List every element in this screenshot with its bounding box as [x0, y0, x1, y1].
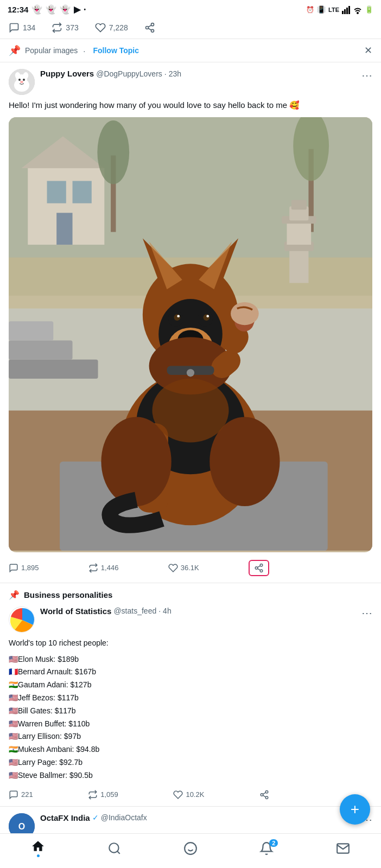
svg-rect-1 — [344, 9, 346, 14]
tweet-1-retweet-count: 1,446 — [101, 564, 119, 572]
tweet-1-like-button[interactable]: 36.1K — [168, 563, 199, 573]
svg-line-8 — [148, 28, 151, 30]
svg-rect-24 — [56, 213, 72, 245]
like-count: 7,228 — [109, 23, 128, 32]
tweet-2-avatar[interactable] — [9, 607, 35, 633]
comment-icon — [9, 22, 20, 33]
share-icon — [259, 790, 269, 800]
ghost-icon-2: 👻 — [46, 4, 56, 15]
tweet-1-share-button[interactable] — [249, 560, 269, 576]
svg-line-79 — [263, 795, 265, 797]
comment-icon — [9, 563, 18, 573]
tweet-1-header: Puppy Lovers @DogPuppyLovers · 23h ⋯ — [9, 69, 372, 95]
retweet-icon — [88, 563, 98, 573]
tweet-2-header: World of Statistics @stats_feed · 4h ⋯ — [9, 607, 372, 633]
tweet-2-time: 4h — [163, 607, 172, 615]
tweet-2-comment-button[interactable]: 221 — [9, 790, 33, 800]
retweet-stat[interactable]: 373 — [52, 22, 78, 33]
vibrate-icon: 📳 — [317, 5, 326, 14]
rich-list-item: 🇺🇸Jeff Bezos: $117b — [9, 692, 372, 705]
svg-point-71 — [255, 567, 258, 570]
tweet-1-comment-button[interactable]: 1,895 — [9, 563, 39, 573]
time-display: 12:34 — [8, 5, 28, 14]
rich-list-item: 🇺🇸Larry Page: $92.7b — [9, 756, 372, 769]
battery-icon: 🔋 — [365, 5, 373, 14]
svg-point-76 — [265, 790, 268, 793]
status-left: 12:34 👻 👻 👻 ▶ • — [8, 4, 86, 15]
tweet-1-avatar[interactable] — [9, 69, 35, 95]
tweet-1-text: Hello! I'm just wondering how many of yo… — [9, 99, 372, 112]
tweet-1-author-handle: @DogPuppyLovers — [96, 69, 162, 78]
tweet-2-content: World's top 10 richest people: 🇺🇸Elon Mu… — [9, 637, 372, 782]
tweet-1-comment-count: 1,895 — [21, 564, 39, 572]
svg-point-6 — [145, 27, 148, 29]
verified-badge: ✓ — [92, 813, 99, 822]
svg-rect-3 — [348, 6, 350, 14]
status-right: ⏰ 📳 LTE 🔋 — [306, 5, 373, 14]
comment-stat[interactable]: 134 — [9, 22, 35, 33]
tweet-1-retweet-button[interactable]: 1,446 — [88, 563, 119, 573]
tweet-2-author-handle: @stats_feed — [113, 607, 156, 615]
svg-rect-23 — [73, 181, 92, 203]
svg-rect-0 — [342, 11, 344, 14]
like-stat[interactable]: 7,228 — [95, 22, 128, 33]
tweet-2: World of Statistics @stats_feed · 4h ⋯ W… — [0, 600, 381, 807]
tweet-1-author-name: Puppy Lovers — [40, 69, 94, 78]
svg-point-51 — [174, 314, 180, 321]
nav-spaces[interactable] — [183, 841, 198, 856]
svg-point-69 — [152, 378, 228, 442]
retweet-icon — [52, 22, 62, 33]
topic-pin-icon: 📌 — [9, 44, 21, 56]
svg-point-52 — [204, 314, 210, 321]
share-icon — [144, 22, 155, 33]
tweet-2-comment-count: 221 — [21, 790, 33, 799]
tweet-2-like-count: 10.2K — [186, 790, 204, 799]
svg-point-7 — [151, 29, 154, 32]
tweet-2-retweet-button[interactable]: 1,059 — [88, 790, 118, 800]
tweet-2-share-button[interactable] — [259, 790, 269, 800]
nav-search[interactable] — [107, 841, 122, 856]
tweet-1: Puppy Lovers @DogPuppyLovers · 23h ⋯ Hel… — [0, 62, 381, 583]
tweet-1-meta: Puppy Lovers @DogPuppyLovers · 23h — [40, 69, 356, 78]
signal-icon — [342, 5, 351, 14]
compose-button[interactable]: + — [340, 794, 370, 825]
tweet-2-more-button[interactable]: ⋯ — [361, 607, 372, 620]
svg-rect-4 — [357, 12, 359, 14]
tweet-1-more-button[interactable]: ⋯ — [361, 69, 372, 82]
section-2-icon: 📌 — [9, 590, 20, 600]
svg-point-72 — [260, 570, 263, 572]
heart-icon — [173, 790, 183, 800]
svg-point-63 — [231, 302, 259, 324]
rich-list-item: 🇺🇸Bill Gates: $117b — [9, 705, 372, 718]
svg-rect-35 — [291, 200, 307, 209]
spaces-icon — [183, 841, 198, 856]
tweet-2-retweet-count: 1,059 — [100, 790, 118, 799]
heart-icon — [168, 563, 178, 573]
svg-line-74 — [257, 566, 260, 567]
svg-line-80 — [263, 792, 265, 794]
close-topic-button[interactable]: ✕ — [364, 44, 372, 56]
topic-label: Popular images — [25, 46, 78, 55]
nav-messages[interactable] — [336, 841, 350, 856]
rich-list-item: 🇺🇸Elon Musk: $189b — [9, 653, 372, 666]
svg-rect-2 — [346, 8, 348, 14]
svg-point-54 — [206, 315, 209, 317]
tweet-2-like-button[interactable]: 10.2K — [173, 790, 204, 800]
follow-topic-button[interactable]: Follow Topic — [93, 46, 139, 55]
tweet-1-image[interactable] — [9, 117, 372, 552]
nav-home[interactable] — [31, 839, 45, 857]
mail-icon — [336, 841, 350, 856]
partial-tweet-content: OctaFX India ✓ @IndiaOctafx — [40, 813, 147, 822]
tweet-2-meta: World of Statistics @stats_feed · 4h — [40, 607, 356, 616]
comment-icon — [9, 790, 18, 800]
tweet-2-actions: 221 1,059 10.2K — [9, 788, 269, 800]
share-stat[interactable] — [144, 22, 155, 33]
svg-text:O: O — [18, 822, 25, 831]
nav-notifications[interactable]: 2 — [259, 841, 274, 856]
svg-rect-22 — [47, 181, 66, 203]
svg-point-83 — [109, 843, 118, 852]
rich-list-item: 🇮🇳Gautam Adani: $127b — [9, 679, 372, 692]
retweet-count: 373 — [66, 23, 78, 32]
svg-point-15 — [18, 79, 21, 81]
svg-rect-36 — [9, 359, 98, 378]
